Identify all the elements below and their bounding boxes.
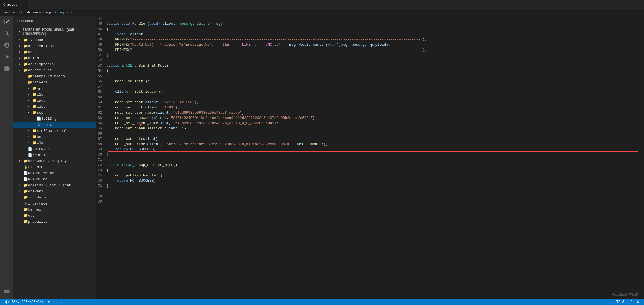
code-token: };	[324, 142, 328, 146]
sidebar-item-developtools[interactable]: › 📁 developtools	[13, 61, 96, 67]
code-token: client	[156, 111, 169, 115]
line-code	[106, 58, 644, 63]
code-line: 67 mqtt_connect(client};	[96, 136, 644, 141]
code-container[interactable]: 4445static void Handler(void* client, me…	[96, 16, 644, 299]
item-label: gpio	[37, 86, 96, 91]
sidebar-item-base[interactable]: › 📁 base	[13, 49, 96, 55]
code-token: mqtt_set_password	[115, 116, 152, 120]
sidebar-item-bearpi[interactable]: › 📁 bearpi_hm_micro	[13, 73, 96, 79]
line-number: 44	[96, 16, 106, 21]
sidebar-item-interface[interactable]: › ⚙ interface	[13, 200, 96, 206]
sidebar-item-prebuilts[interactable]: › 📁 prebuilts	[13, 219, 96, 225]
item-label: drivers	[33, 80, 96, 85]
code-token: static	[106, 64, 119, 68]
file-icon: 📄	[36, 116, 41, 121]
sidebar-item-readme[interactable]: 📄 README.md	[13, 176, 96, 182]
tab-label: scp.c	[7, 2, 18, 7]
item-label: .vscode	[28, 38, 96, 42]
sidebar-item-build[interactable]: › 📁 build	[13, 55, 96, 61]
code-token: {	[106, 69, 109, 73]
folder-icon: 📁	[23, 56, 28, 60]
code-token: (	[128, 43, 130, 47]
chevron-icon: ▾	[23, 81, 28, 84]
sidebar-item-drivers2[interactable]: › 📁 drivers	[13, 188, 96, 194]
activity-extensions[interactable]	[2, 64, 11, 73]
item-label: iwdg	[37, 99, 96, 103]
sidebar-item-applications[interactable]: › 📁 applications	[13, 43, 96, 49]
code-token: mqtt_set_clean_session	[115, 126, 162, 130]
code-line: 78	[96, 194, 644, 199]
breadcrumb-more[interactable]: ...	[73, 11, 79, 15]
tab-scp-c[interactable]: C scp.c ✕	[0, 0, 28, 9]
code-line: 71	[96, 157, 644, 162]
item-label: scp	[37, 111, 96, 115]
breadcrumb-scp[interactable]: scp	[45, 11, 51, 15]
sidebar-item-readme-zh[interactable]: 📄 README_zh.md	[13, 170, 96, 176]
code-line: 62 mqtt_set_user_name(client, "61ed6998d…	[96, 110, 644, 115]
item-label: README.md	[28, 177, 96, 181]
folder-icon: 📁	[32, 129, 37, 133]
status-errors[interactable]: ✕ 0 ⚠ 0	[45, 300, 64, 304]
status-remote[interactable]: SSH: OPENHARMONY	[3, 300, 45, 304]
sidebar-item-drivers[interactable]: ▾ 📂 drivers	[13, 79, 96, 85]
status-line-ending[interactable]: LF	[626, 300, 635, 304]
sidebar-item-device-st[interactable]: ▾ 📂 device / st	[13, 67, 96, 73]
code-token: msg	[341, 43, 347, 47]
sidebar-item-foundation[interactable]: › 📁 foundation	[13, 194, 96, 200]
activity-remote[interactable]	[2, 287, 11, 297]
breadcrumb-drivers[interactable]: drivers	[27, 11, 41, 15]
chevron-icon: ›	[19, 57, 23, 60]
sidebar-item-kernel[interactable]: › 📁 kernel	[13, 206, 96, 213]
code-token: mqtt_set_user_name	[115, 111, 154, 115]
line-code: {	[106, 68, 644, 73]
sidebar-item-i2c[interactable]: › 📁 i2c	[13, 91, 96, 97]
status-language[interactable]: C	[635, 300, 641, 304]
code-token: void	[122, 22, 130, 26]
sidebar-item-gpio[interactable]: › 📁 gpio	[13, 85, 96, 91]
code-token: topic_name	[300, 43, 321, 47]
code-token: "846f432406041be94ece4dd4eca94119d223102…	[171, 116, 313, 120]
chevron-icon: ›	[19, 51, 23, 54]
sidebar-item-out[interactable]: › 📁 out	[13, 213, 96, 219]
status-encoding[interactable]: UTF-8	[612, 300, 626, 304]
code-token: {	[106, 27, 109, 31]
sidebar-item-vscode[interactable]: › 📁 .vscode	[13, 37, 96, 43]
code-token	[106, 79, 115, 83]
sidebar-item-stm32mp1[interactable]: › 📁 stm32mp1.x_hal	[13, 128, 96, 134]
code-line: 76}	[96, 183, 644, 189]
sidebar-item-build-gn2[interactable]: 📄 BUILD.gn	[13, 146, 96, 152]
tab-close-button[interactable]: ✕	[20, 2, 24, 7]
sidebar-item-kconfig[interactable]: 📄 Kconfig	[13, 152, 96, 158]
sidebar-item-domains[interactable]: › 📁 domains / iot / link	[13, 182, 96, 188]
code-line: 72static int32_t Scp_Publish_Mqtt()	[96, 162, 644, 168]
sidebar-more-button[interactable]: ···	[80, 18, 92, 24]
code-token: }	[106, 153, 109, 157]
code-token: (	[162, 126, 165, 130]
line-number: 73	[96, 168, 106, 173]
breadcrumb-device[interactable]: device	[3, 11, 15, 15]
activity-run[interactable]	[2, 52, 11, 61]
activity-search[interactable]	[2, 29, 11, 38]
line-number: 71	[96, 157, 106, 162]
activity-bar	[0, 16, 13, 299]
sidebar-item-scp[interactable]: ▾ 📂 scp	[13, 110, 96, 116]
sidebar-root[interactable]: ▼ BEARPI-HM_MICRO_SMALL [SSH: OPENHARMON…	[13, 26, 96, 37]
sidebar-item-iwdg[interactable]: › 📁 iwdg	[13, 97, 96, 104]
sidebar-item-wlan[interactable]: › 📁 wlan	[13, 140, 96, 146]
sidebar-item-build-gn[interactable]: 📄 BUILD.gn	[13, 116, 96, 122]
sidebar-item-uart[interactable]: › 📁 uart	[13, 134, 96, 140]
code-token: , (	[321, 43, 328, 47]
sidebar-item-hardware-display[interactable]: › 📁 hardware / display	[13, 158, 96, 164]
activity-explorer[interactable]	[2, 17, 11, 27]
sidebar-item-license[interactable]: 🏅 LICENSE	[13, 164, 96, 170]
breadcrumb-scp-c[interactable]: C scp.c	[55, 11, 69, 15]
sidebar-item-scp-c[interactable]: C scp.c	[13, 122, 96, 128]
sidebar-content[interactable]: ▼ BEARPI-HM_MICRO_SMALL [SSH: OPENHARMON…	[13, 26, 96, 299]
sidebar-item-libs[interactable]: › 📁 libs	[13, 104, 96, 110]
code-token: }	[106, 53, 109, 57]
code-token: client	[143, 137, 156, 141]
breadcrumb-st[interactable]: st	[19, 11, 23, 15]
activity-source-control[interactable]	[2, 40, 11, 50]
item-label: stm32mp1.x_hal	[37, 129, 96, 133]
code-token: int32_t	[122, 163, 137, 167]
